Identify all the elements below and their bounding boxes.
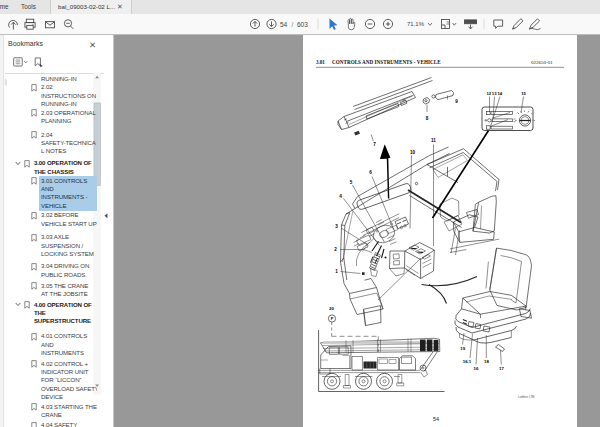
svg-text:10: 10 [410,150,416,155]
svg-text:20: 20 [329,306,334,311]
svg-text:1: 1 [335,269,338,274]
svg-text:15: 15 [521,91,526,96]
svg-text:5: 5 [350,180,353,185]
svg-text:3.01: 3.01 [316,59,325,65]
svg-text:17: 17 [499,366,504,371]
svg-text:19: 19 [460,346,465,351]
svg-text:11: 11 [431,138,436,143]
svg-text:7: 7 [373,142,376,147]
svg-text:P: P [331,317,334,321]
svg-text:9: 9 [455,99,458,104]
svg-text:18: 18 [484,359,489,364]
svg-text:4: 4 [339,194,342,199]
svg-text:16: 16 [474,366,479,371]
svg-text:8: 8 [426,116,429,121]
svg-text:2: 2 [334,247,337,252]
svg-text:14: 14 [497,91,502,96]
svg-text:Liebherr LTM: Liebherr LTM [518,395,535,399]
svg-text:6: 6 [369,170,372,175]
svg-text:3: 3 [335,224,338,229]
svg-text:022650-01: 022650-01 [531,60,553,65]
svg-text:54: 54 [433,416,439,422]
svg-text:13: 13 [492,91,497,96]
svg-text:CONTROLS AND INSTRUMENTS - VEH: CONTROLS AND INSTRUMENTS - VEHICLE [332,59,441,65]
svg-text:16.1: 16.1 [463,359,472,364]
